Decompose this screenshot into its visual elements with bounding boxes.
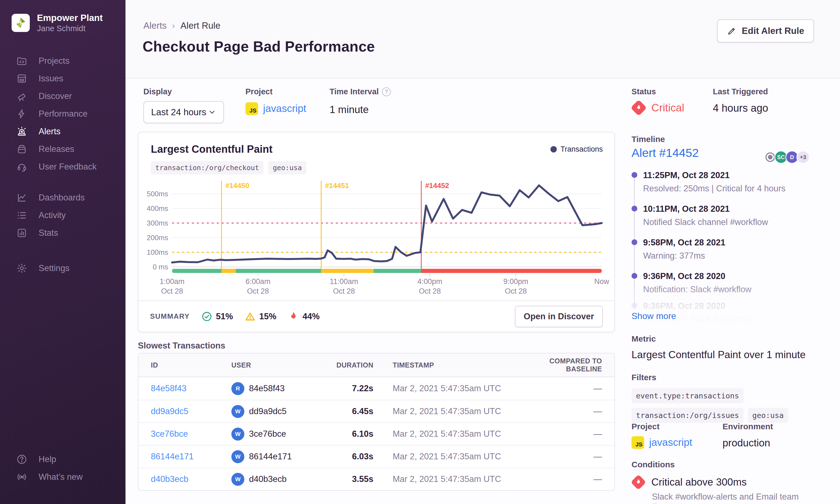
metric-label: Metric xyxy=(631,334,806,344)
transaction-id-link[interactable]: d40b3ecb xyxy=(151,474,231,484)
baseline-value: — xyxy=(536,429,602,439)
user-avatar: W xyxy=(231,473,244,486)
environment-label: Environment xyxy=(722,422,828,431)
project-field: Project JS javascript xyxy=(246,87,306,115)
org-header[interactable]: Empower Plant Jane Schmidt xyxy=(0,0,125,34)
help-circle-icon[interactable]: ? xyxy=(382,87,391,96)
sidebar-nav-settings: Settings xyxy=(0,259,125,277)
summary-label: SUMMARY xyxy=(150,312,190,321)
sidebar-item-label: Releases xyxy=(39,144,74,154)
svg-text:9:00pm: 9:00pm xyxy=(503,277,528,286)
show-more-link[interactable]: Show more xyxy=(631,311,676,321)
timeline-entry: 11:25PM, Oct 28 2021Resolved: 250ms | Cr… xyxy=(631,170,825,194)
svg-text:500ms: 500ms xyxy=(147,190,168,198)
sidebar-item-stats[interactable]: Stats xyxy=(0,224,125,242)
col-duration: DURATION xyxy=(322,361,373,369)
table-row[interactable]: 86144e171W86144e1716.03sMar 2, 2021 5:47… xyxy=(139,445,614,468)
timeline-entry-description: Notified Slack channel #workflow xyxy=(643,217,825,227)
svg-text:1:00am: 1:00am xyxy=(160,277,184,286)
user-avatar: R xyxy=(231,382,244,395)
timeline-entry-description: Warning: 377ms xyxy=(643,251,825,261)
breadcrumb-alerts-link[interactable]: Alerts xyxy=(143,20,166,31)
table-row[interactable]: d40b3ecbWd40b3ecb3.55sMar 2, 2021 5:47:3… xyxy=(139,468,614,490)
project-detail-label: Project xyxy=(631,422,722,431)
org-logo-icon xyxy=(12,14,30,32)
conditions-label: Conditions xyxy=(631,460,828,469)
baseline-value: — xyxy=(536,474,602,484)
project-label: Project xyxy=(246,87,306,96)
summary-warning: 15% xyxy=(245,311,276,322)
help-icon xyxy=(16,453,28,465)
sidebar-item-user-feedback[interactable]: User Feedback xyxy=(0,158,125,176)
project-detail-link[interactable]: javascript xyxy=(649,437,692,448)
sidebar-item-what-s-new[interactable]: What’s new xyxy=(0,468,125,486)
sidebar-item-help[interactable]: Help xyxy=(0,451,125,468)
sidebar-item-releases[interactable]: Releases xyxy=(0,140,125,158)
svg-text:Oct 28: Oct 28 xyxy=(333,287,355,295)
metric-section: Metric Largest Contentful Paint over 1 m… xyxy=(631,334,806,361)
avatar[interactable]: +3 xyxy=(797,150,810,164)
col-id: ID xyxy=(151,361,231,369)
summary-critical: 44% xyxy=(288,311,320,322)
status-label: Status xyxy=(631,87,684,96)
timestamp-value: Mar 2, 2021 5:47:35am UTC xyxy=(373,407,536,416)
transaction-id-link[interactable]: dd9a9dc5 xyxy=(151,407,231,416)
warning-triangle-icon xyxy=(245,311,256,322)
transaction-id-link[interactable]: 84e58f43 xyxy=(151,383,231,393)
transaction-id-link[interactable]: 3ce76bce xyxy=(151,429,231,439)
filter-chip: geo:usa xyxy=(748,408,788,423)
sidebar-item-activity[interactable]: Activity xyxy=(0,206,125,224)
display-label: Display xyxy=(143,87,224,96)
user-cell: Wdd9a9dc5 xyxy=(231,405,322,418)
lcp-line-chart[interactable]: 0 ms100ms200ms300ms400ms500ms#14450#1445… xyxy=(142,176,613,299)
sidebar-item-alerts[interactable]: Alerts xyxy=(0,123,125,140)
sidebar-item-discover[interactable]: Discover xyxy=(0,87,125,105)
releases-icon xyxy=(16,143,28,155)
table-row[interactable]: 3ce76bceW3ce76bce6.10sMar 2, 2021 5:47:3… xyxy=(139,422,614,445)
sidebar-nav-footer: HelpWhat’s new xyxy=(0,451,125,486)
edit-alert-rule-button[interactable]: Edit Alert Rule xyxy=(717,19,814,42)
svg-text:4:00pm: 4:00pm xyxy=(417,277,442,286)
open-in-discover-button[interactable]: Open in Discover xyxy=(515,306,603,327)
table-row[interactable]: dd9a9dc5Wdd9a9dc56.45sMar 2, 2021 5:47:3… xyxy=(139,400,614,422)
user-name: 3ce76bce xyxy=(249,429,286,439)
project-detail: Project JS javascript xyxy=(631,422,722,449)
chart-legend[interactable]: Transactions xyxy=(551,145,603,154)
javascript-platform-icon: JS xyxy=(631,436,644,449)
sidebar-item-label: Issues xyxy=(39,74,64,84)
time-interval-label: Time Interval xyxy=(329,87,379,96)
chart-tag-chip: geo:usa xyxy=(268,161,306,175)
sidebar-item-performance[interactable]: Performance xyxy=(0,105,125,123)
duration-value: 3.55s xyxy=(322,474,373,484)
user-cell: W86144e171 xyxy=(231,450,322,463)
sidebar-item-dashboards[interactable]: Dashboards xyxy=(0,189,125,206)
table-row[interactable]: 84e58f43R84e58f437.22sMar 2, 2021 5:47:3… xyxy=(139,377,614,400)
timeline-dot-icon xyxy=(631,239,637,245)
dashboards-icon xyxy=(16,192,28,203)
sidebar-item-projects[interactable]: Projects xyxy=(0,52,125,70)
svg-text:100ms: 100ms xyxy=(147,248,168,256)
whats-new-icon xyxy=(16,471,28,483)
table-body: 84e58f43R84e58f437.22sMar 2, 2021 5:47:3… xyxy=(139,377,614,490)
timestamp-value: Mar 2, 2021 5:47:35am UTC xyxy=(373,429,536,439)
sidebar-item-label: User Feedback xyxy=(39,162,96,172)
svg-text:Oct 28: Oct 28 xyxy=(419,287,441,295)
user-name: 86144e171 xyxy=(249,452,292,462)
sidebar-item-label: Alerts xyxy=(39,127,60,137)
critical-flame-icon xyxy=(631,101,646,115)
status-field: Status Critical xyxy=(631,87,684,115)
timestamp-value: Mar 2, 2021 5:47:35am UTC xyxy=(373,383,536,393)
alert-number-link[interactable]: Alert #14452 xyxy=(631,146,699,160)
sidebar-item-label: Help xyxy=(39,454,56,464)
project-link[interactable]: javascript xyxy=(263,103,306,114)
sidebar-item-settings[interactable]: Settings xyxy=(0,259,125,277)
discover-icon xyxy=(16,90,28,102)
org-user: Jane Schmidt xyxy=(37,23,103,34)
transaction-id-link[interactable]: 86144e171 xyxy=(151,452,231,462)
org-name: Empower Plant xyxy=(37,12,103,23)
sidebar-item-issues[interactable]: Issues xyxy=(0,70,125,87)
timeline-entry-description: Resolved: 250ms | Critical for 4 hours xyxy=(643,184,825,194)
environment-detail: Environment production xyxy=(722,422,828,449)
display-dropdown[interactable]: Last 24 hours xyxy=(143,101,224,123)
filter-chip: event.type:transactions xyxy=(631,388,744,403)
